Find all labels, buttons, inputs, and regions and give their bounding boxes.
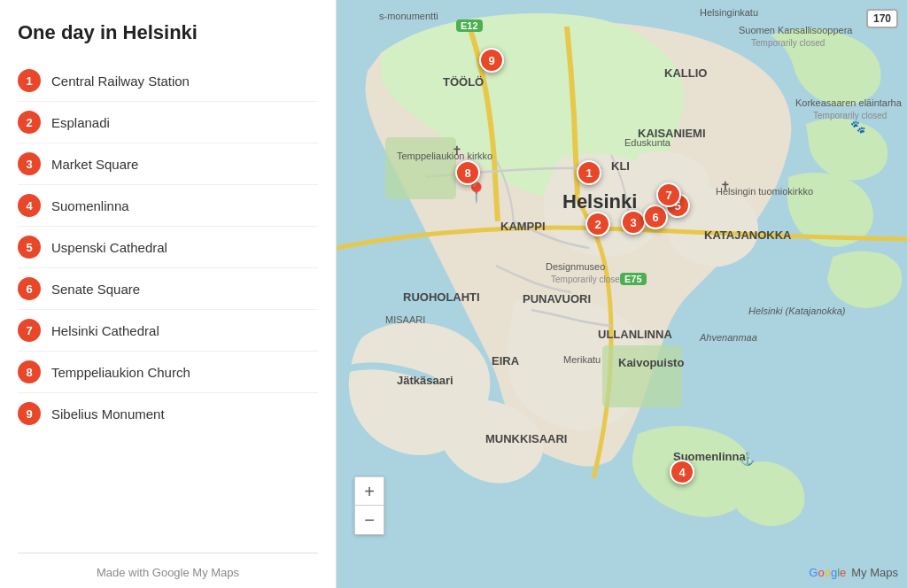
location-list: 1 Central Railway Station 2 Esplanadi 3 … xyxy=(18,60,318,545)
map-marker-7[interactable]: 7 xyxy=(656,182,681,207)
map-marker-9[interactable]: 9 xyxy=(479,48,504,73)
my-maps-text: My Maps xyxy=(851,566,898,579)
location-item-2[interactable]: 2 Esplanadi xyxy=(18,102,318,143)
zoom-controls: + − xyxy=(354,476,384,535)
map-marker-4[interactable]: 4 xyxy=(670,460,694,484)
location-item-7[interactable]: 7 Helsinki Cathedral xyxy=(18,310,318,352)
location-badge-5: 5 xyxy=(18,236,41,259)
location-badge-4: 4 xyxy=(18,194,41,217)
sidebar-title: One day in Helsinki xyxy=(18,21,318,44)
zoom-out-button[interactable]: − xyxy=(355,506,384,534)
location-item-4[interactable]: 4 Suomenlinna xyxy=(18,185,318,227)
location-name-6: Senate Square xyxy=(51,282,140,297)
g-yellow: o xyxy=(825,566,831,579)
map-marker-1[interactable]: 1 xyxy=(577,160,601,185)
map-marker-2[interactable]: 2 xyxy=(585,212,610,236)
map-marker-8[interactable]: 8 xyxy=(455,160,480,185)
location-name-5: Uspenski Cathedral xyxy=(51,240,167,255)
boat-icon: ⚓ xyxy=(740,452,755,466)
location-badge-2: 2 xyxy=(18,111,41,134)
cathedral-cross-icon: ✝ xyxy=(720,179,731,193)
location-item-8[interactable]: 8 Temppeliaukion Church xyxy=(18,352,318,393)
location-item-3[interactable]: 3 Market Square xyxy=(18,143,318,185)
location-item-5[interactable]: 5 Uspenski Cathedral xyxy=(18,227,318,268)
e12-badge: E12 xyxy=(456,19,483,32)
location-item-9[interactable]: 9 Sibelius Monument xyxy=(18,393,318,434)
g-blue: G xyxy=(809,566,818,579)
location-name-9: Sibelius Monument xyxy=(51,406,165,422)
location-name-4: Suomenlinna xyxy=(51,198,129,213)
paw-icon: 🐾 xyxy=(850,120,865,134)
location-badge-9: 9 xyxy=(18,402,41,425)
location-name-1: Central Railway Station xyxy=(51,74,190,89)
map-container: Helsinki TÖÖLÖ KALLIO KAMPPI KAISANIEMI … xyxy=(337,0,907,588)
g-red2: e xyxy=(840,566,846,579)
location-item-6[interactable]: 6 Senate Square xyxy=(18,268,318,310)
sidebar-footer: Made with Google My Maps xyxy=(18,553,318,588)
sidebar: One day in Helsinki 1 Central Railway St… xyxy=(0,0,337,588)
map-attribution: Google My Maps xyxy=(809,566,898,579)
google-logo: Google xyxy=(809,566,846,579)
svg-rect-2 xyxy=(602,345,682,407)
location-badge-6: 6 xyxy=(18,277,41,300)
location-badge-3: 3 xyxy=(18,152,41,175)
road-170-badge: 170 xyxy=(866,9,898,28)
map-marker-6[interactable]: 6 xyxy=(643,205,668,229)
location-badge-1: 1 xyxy=(18,69,41,92)
location-name-8: Temppeliaukion Church xyxy=(51,365,190,380)
location-item-1[interactable]: 1 Central Railway Station xyxy=(18,60,318,102)
zoom-in-button[interactable]: + xyxy=(355,477,384,506)
location-name-3: Market Square xyxy=(51,157,138,172)
map-marker-3[interactable]: 3 xyxy=(621,210,646,235)
church-cross-icon: ✝ xyxy=(452,143,462,158)
svg-rect-1 xyxy=(385,137,456,199)
location-name-2: Esplanadi xyxy=(51,115,110,130)
location-badge-7: 7 xyxy=(18,319,41,342)
location-name-7: Helsinki Cathedral xyxy=(51,323,159,338)
e75-badge: E75 xyxy=(620,273,647,285)
location-badge-8: 8 xyxy=(18,360,41,383)
g-red: o xyxy=(818,566,824,579)
